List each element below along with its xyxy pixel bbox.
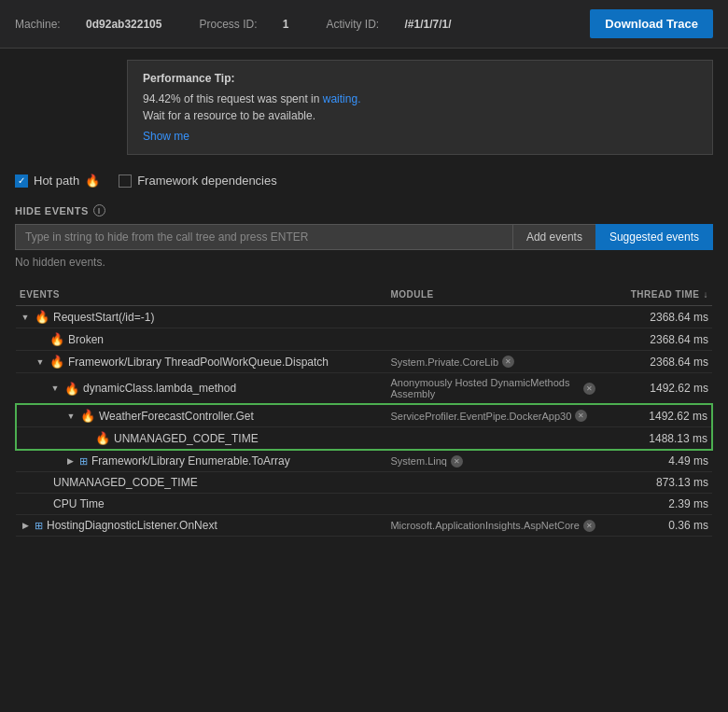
thread-time: 4.49 ms [599,450,712,472]
header-bar: Machine: 0d92ab322105 Process ID: 1 Acti… [0,0,728,49]
grid-icon: ⊞ [35,520,43,532]
module-name: System.Linq [390,455,447,467]
table-row: ▼🔥dynamicClass.lambda_methodAnonymously … [16,373,712,405]
table-row: 🔥UNMANAGED_CODE_TIME1488.13 ms [16,427,712,451]
hide-events-title: HIDE EVENTS i [15,204,713,216]
table-row: ▶⊞Framework/Library Enumerable.ToArraySy… [16,450,712,472]
performance-tip-box: Performance Tip: 94.42% of this request … [127,60,713,155]
col-header-time: THREAD TIME ↓ [599,284,712,306]
event-name: Framework/Library ThreadPoolWorkQueue.Di… [68,356,329,369]
event-name: UNMANAGED_CODE_TIME [114,432,259,445]
module-close-icon[interactable]: ✕ [583,383,595,395]
event-name: WeatherForecastController.Get [99,410,254,423]
module-name: System.Private.CoreLib [390,356,498,368]
module-name: ServiceProfiler.EventPipe.DockerApp30 [390,411,571,422]
activity-label: Activity ID: /#1/1/7/1/ [327,18,470,31]
hot-path-checkbox-item[interactable]: ✓ Hot path 🔥 [15,174,100,188]
table-row: ▼🔥RequestStart(/id=-1)2368.64 ms [16,306,712,328]
table-row: ▼🔥WeatherForecastController.GetServicePr… [16,404,712,427]
download-trace-button[interactable]: Download Trace [590,9,713,38]
framework-checkbox[interactable] [119,175,132,188]
flame-icon: 🔥 [64,382,79,396]
waiting-link[interactable]: waiting. [323,92,361,105]
expand-arrow-icon[interactable]: ▼ [65,411,77,422]
framework-checkbox-item[interactable]: Framework dependencies [119,174,277,188]
event-name: Broken [68,333,104,346]
thread-time: 1492.62 ms [599,373,712,405]
expand-arrow-icon[interactable]: ▼ [20,312,31,323]
flame-icon: 🔥 [95,431,110,445]
machine-label: Machine: 0d92ab322105 [15,18,180,31]
table-row: 🔥Broken2368.64 ms [16,328,712,351]
module-close-icon[interactable]: ✕ [583,520,595,532]
table-row: ▼🔥Framework/Library ThreadPoolWorkQueue.… [16,351,712,373]
controls-row: ✓ Hot path 🔥 Framework dependencies [15,170,713,191]
add-events-button[interactable]: Add events [512,224,595,250]
hide-events-section: HIDE EVENTS i Add events Suggested event… [15,204,713,269]
perf-tip-sub: Wait for a resource to be available. [143,109,697,122]
col-header-events: EVENTS [16,284,386,306]
module-close-icon[interactable]: ✕ [575,410,587,422]
expand-arrow-icon[interactable]: ▶ [64,455,76,467]
col-header-module: MODULE [386,284,598,306]
expand-arrow-icon[interactable]: ▼ [35,356,46,368]
main-content: Performance Tip: 94.42% of this request … [0,49,728,548]
process-label: Process ID: 1 [199,18,307,31]
hot-path-flame-icon: 🔥 [85,174,100,188]
thread-time: 1488.13 ms [599,427,712,451]
expand-arrow-icon[interactable]: ▶ [20,520,31,531]
flame-icon: 🔥 [49,332,64,346]
thread-time: 0.36 ms [599,515,712,537]
no-hidden-events: No hidden events. [15,256,713,269]
hot-path-checkbox[interactable]: ✓ [15,175,28,188]
events-table: EVENTS MODULE THREAD TIME ↓ ▼🔥RequestSta… [15,284,713,537]
event-name: UNMANAGED_CODE_TIME [53,476,198,489]
table-row: CPU Time2.39 ms [16,494,712,515]
event-name: CPU Time [53,497,105,510]
hide-events-info-icon[interactable]: i [93,204,105,216]
thread-time: 2368.64 ms [599,351,712,373]
event-name: dynamicClass.lambda_method [83,382,236,395]
module-close-icon[interactable]: ✕ [451,455,463,468]
module-close-icon[interactable]: ✕ [502,356,514,368]
suggested-events-button[interactable]: Suggested events [595,224,713,250]
event-name: RequestStart(/id=-1) [53,311,154,324]
thread-time: 1492.62 ms [599,404,712,427]
hide-events-search-input[interactable] [15,224,512,250]
thread-time: 2368.64 ms [599,328,712,351]
flame-icon: 🔥 [49,355,64,369]
search-row: Add events Suggested events [15,224,713,250]
thread-time: 873.13 ms [599,472,712,494]
thread-time: 2.39 ms [599,494,712,515]
module-name: Anonymously Hosted DynamicMethods Assemb… [390,377,579,399]
header-meta: Machine: 0d92ab322105 Process ID: 1 Acti… [15,18,590,31]
show-me-link[interactable]: Show me [143,130,189,143]
expand-arrow-icon[interactable]: ▼ [49,383,61,394]
table-row: UNMANAGED_CODE_TIME873.13 ms [16,472,712,494]
perf-tip-desc: 94.42% of this request was spent in wait… [143,92,697,105]
table-row: ▶⊞HostingDiagnosticListener.OnNextMicros… [16,515,712,537]
framework-label: Framework dependencies [137,174,277,188]
event-name: HostingDiagnosticListener.OnNext [47,519,217,532]
event-name: Framework/Library Enumerable.ToArray [91,454,290,468]
flame-icon: 🔥 [80,409,95,423]
thread-time: 2368.64 ms [599,306,712,328]
hot-path-label: Hot path [34,174,79,188]
grid-icon: ⊞ [79,455,88,468]
module-name: Microsoft.ApplicationInsights.AspNetCore [390,520,579,531]
sort-arrow-icon: ↓ [704,289,709,300]
flame-icon: 🔥 [35,310,49,324]
perf-tip-title: Performance Tip: [143,72,697,85]
